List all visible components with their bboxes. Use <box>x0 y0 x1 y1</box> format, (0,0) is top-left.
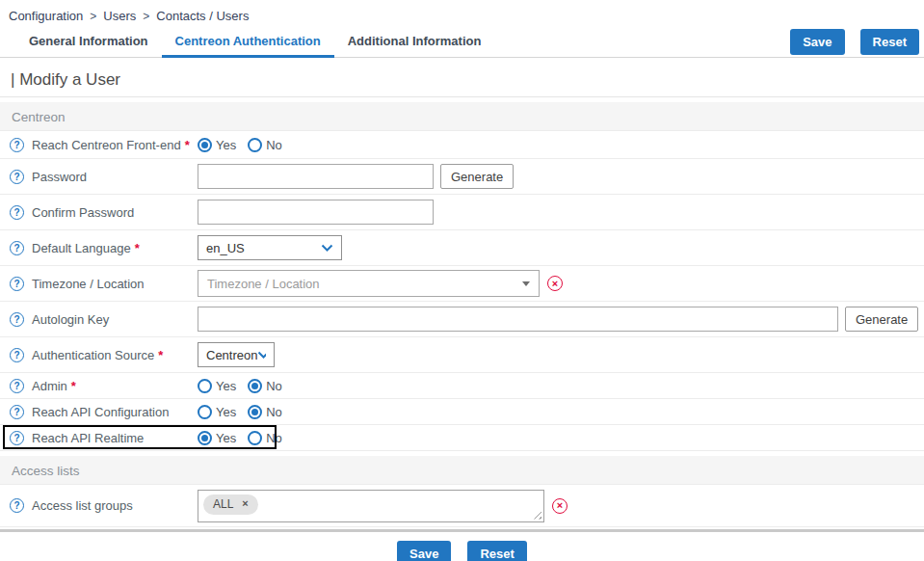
dropdown-arrow-icon <box>522 281 530 286</box>
password-input[interactable] <box>198 164 434 189</box>
timezone-select[interactable]: Timezone / Location <box>198 270 540 297</box>
help-icon[interactable]: ? <box>10 277 24 291</box>
field-label: Password <box>32 170 87 184</box>
help-icon[interactable]: ? <box>10 405 24 419</box>
generate-password-button[interactable]: Generate <box>440 164 514 189</box>
field-label: Confirm Password <box>32 205 134 220</box>
help-icon[interactable]: ? <box>10 205 24 220</box>
radio-no[interactable] <box>248 379 262 393</box>
save-button-bottom[interactable]: Save <box>397 541 451 561</box>
form-row-auth-source: ? Authentication Source * Centreon <box>0 337 924 373</box>
radio-yes[interactable] <box>198 379 212 393</box>
authentication-source-select[interactable]: Centreon <box>198 342 275 367</box>
radio-no-label: No <box>266 138 282 152</box>
help-icon[interactable]: ? <box>10 498 24 513</box>
field-label: Access list groups <box>32 498 133 513</box>
radio-no[interactable] <box>248 431 262 445</box>
help-icon[interactable]: ? <box>10 138 24 152</box>
breadcrumb-item-configuration[interactable]: Configuration <box>9 9 83 23</box>
form-row-password: ? Password Generate <box>0 159 924 195</box>
field-label: Reach API Configuration <box>32 405 169 419</box>
field-label: Default Language <box>32 241 131 255</box>
selected-value: en_US <box>206 241 245 255</box>
form-row-confirm-password: ? Confirm Password <box>0 195 924 230</box>
tag-label: ALL <box>213 497 233 511</box>
required-marker: * <box>185 138 190 152</box>
selected-value: Centreon <box>206 348 257 362</box>
form-row-reach-api-realtime: ? Reach API Realtime Yes No <box>0 425 924 451</box>
reset-button-top[interactable]: Reset <box>860 29 919 55</box>
radio-no-label: No <box>266 431 282 445</box>
required-marker: * <box>71 379 76 393</box>
radio-no[interactable] <box>248 138 262 152</box>
help-icon[interactable]: ? <box>10 348 24 362</box>
field-label: Timezone / Location <box>32 277 145 291</box>
form-row-reach-frontend: ? Reach Centreon Front-end * Yes No <box>0 131 924 159</box>
confirm-password-input[interactable] <box>198 200 434 225</box>
radio-yes-label: Yes <box>216 431 236 445</box>
form-row-reach-api-configuration: ? Reach API Configuration Yes No <box>0 399 924 425</box>
page-title: | Modify a User <box>0 58 924 97</box>
radio-no-label: No <box>266 405 282 419</box>
radio-no-label: No <box>266 379 282 393</box>
section-header-centreon: Centreon <box>0 102 924 131</box>
autologin-key-input[interactable] <box>198 307 838 332</box>
reset-button-bottom[interactable]: Reset <box>467 541 526 561</box>
default-language-select[interactable]: en_US <box>198 235 342 260</box>
tab-centreon-authentication[interactable]: Centreon Authentication <box>162 28 334 58</box>
required-marker: * <box>158 348 163 362</box>
resize-handle[interactable] <box>532 510 541 520</box>
save-button-top[interactable]: Save <box>790 29 844 55</box>
tab-general-information[interactable]: General Information <box>15 28 162 58</box>
radio-yes-label: Yes <box>216 379 236 393</box>
help-icon[interactable]: ? <box>10 170 24 184</box>
radio-yes-label: Yes <box>216 138 236 152</box>
required-marker: * <box>135 241 140 255</box>
form-row-timezone: ? Timezone / Location Timezone / Locatio… <box>0 266 924 302</box>
field-label: Authentication Source <box>32 348 154 362</box>
breadcrumb-item-contacts-users[interactable]: Contacts / Users <box>156 9 249 23</box>
access-list-groups-input[interactable]: ALL × <box>198 490 544 522</box>
help-icon[interactable]: ? <box>10 379 24 393</box>
help-icon[interactable]: ? <box>10 431 24 445</box>
section-header-access-lists: Access lists <box>0 456 924 485</box>
breadcrumb-separator: > <box>90 10 96 23</box>
radio-no[interactable] <box>248 405 262 419</box>
form-row-default-language: ? Default Language * en_US <box>0 230 924 266</box>
breadcrumb: Configuration>Users>Contacts / Users <box>0 0 924 28</box>
radio-yes[interactable] <box>198 431 212 445</box>
form-row-admin: ? Admin * Yes No <box>0 373 924 399</box>
remove-tag-icon[interactable]: × <box>242 498 248 509</box>
clear-timezone-icon[interactable]: × <box>547 276 563 291</box>
radio-yes[interactable] <box>198 138 212 152</box>
page: Configuration>Users>Contacts / Users Gen… <box>0 0 924 561</box>
footer-actions: Save Reset <box>0 532 924 561</box>
tab-bar: General Information Centreon Authenticat… <box>0 28 924 58</box>
help-icon[interactable]: ? <box>10 312 24 327</box>
radio-yes[interactable] <box>198 405 212 419</box>
field-label: Reach API Realtime <box>32 431 144 445</box>
radio-yes-label: Yes <box>216 405 236 419</box>
chevron-down-icon <box>257 351 266 360</box>
form-row-access-list-groups: ? Access list groups ALL × × <box>0 485 924 527</box>
field-label: Admin <box>32 379 67 393</box>
tab-additional-information[interactable]: Additional Information <box>334 28 495 58</box>
breadcrumb-item-users[interactable]: Users <box>103 9 136 23</box>
header-actions: Save Reset <box>790 29 919 55</box>
generate-autologin-button[interactable]: Generate <box>845 307 918 332</box>
form-row-autologin-key: ? Autologin Key Generate <box>0 302 924 337</box>
clear-access-groups-icon[interactable]: × <box>552 498 568 514</box>
field-label: Autologin Key <box>32 312 109 327</box>
field-label: Reach Centreon Front-end <box>32 138 181 152</box>
timezone-placeholder: Timezone / Location <box>207 277 320 291</box>
breadcrumb-separator: > <box>143 10 149 23</box>
chevron-down-icon <box>321 244 333 253</box>
selected-tag: ALL × <box>203 494 258 515</box>
help-icon[interactable]: ? <box>10 241 24 255</box>
